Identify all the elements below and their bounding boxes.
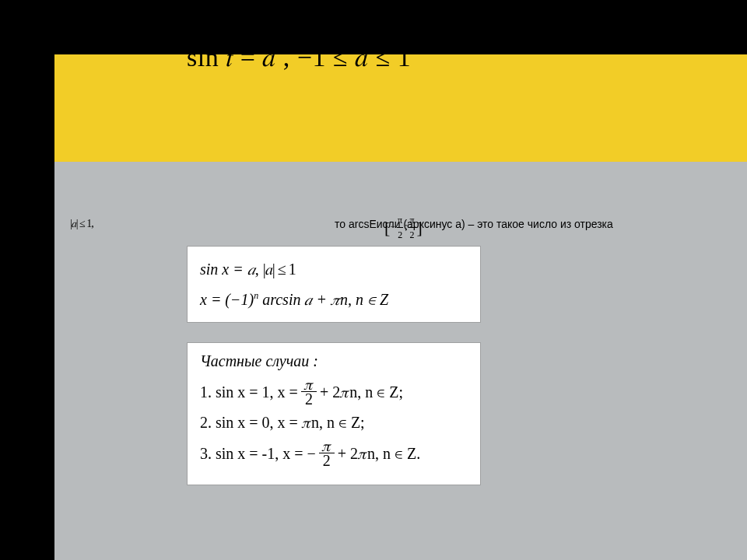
slide: ^ sin 𝑡 = 𝑎 , −1 ≤ 𝑎 ≤ 1 |𝑎| ≤ 1, то arc… <box>0 0 747 560</box>
row3-frac: 𝜋 2 <box>319 439 335 467</box>
definition-interval: [−π2;π2] <box>384 213 423 242</box>
row3-a: 3. sin x = -1, x = − <box>200 445 316 462</box>
frac-num: π <box>409 213 416 228</box>
frac-den: 2 <box>409 228 416 242</box>
card1-line2-a: x = (−1) <box>200 291 254 308</box>
frac-num: π <box>397 213 403 228</box>
row3-frac-den: 2 <box>320 453 334 467</box>
row1-frac: 𝜋 2 <box>301 377 317 406</box>
hat-icon: ^ <box>187 38 195 56</box>
title-formula: ^ sin 𝑡 = 𝑎 , −1 ≤ 𝑎 ≤ 1 <box>187 43 411 73</box>
formula-card-1: sin x = 𝑎, |𝑎| ≤ 1 x = (−1)n arcsin 𝑎 + … <box>187 246 481 323</box>
row1-a: 1. sin x = 1, x = <box>200 383 298 401</box>
card1-line2-b: arcsin 𝑎 + 𝜋n, n ∈ Z <box>258 291 388 308</box>
card2-row-1: 1. sin x = 1, x = 𝜋 2 + 2𝜋n, n ∈ Z; <box>200 377 468 406</box>
card1-line1-b: |𝑎| ≤ 1 <box>263 261 296 278</box>
card1-line2: x = (−1)n arcsin 𝑎 + 𝜋n, n ∈ Z <box>200 282 468 313</box>
definition-text: то arcsЕисли (арксинус а) – это такое чи… <box>335 218 613 230</box>
card2-heading: Частные случаи : <box>200 352 468 369</box>
frac-den: 2 <box>397 228 403 242</box>
definition-line: |𝑎| ≤ 1, то arcsЕисли (арксинус а) – это… <box>70 218 700 240</box>
row1-b: + 2𝜋n, n ∈ Z; <box>320 383 403 401</box>
definition-abs: |𝑎| ≤ 1, <box>70 218 93 229</box>
definition-math: |𝑎| ≤ 1, <box>70 218 93 230</box>
card1-line1: sin x = 𝑎, |𝑎| ≤ 1 <box>200 256 468 282</box>
card2-row-3: 3. sin x = -1, x = − 𝜋 2 + 2𝜋n, n ∈ Z. <box>200 439 468 467</box>
title-formula-text: sin 𝑡 = 𝑎 , −1 ≤ 𝑎 ≤ 1 <box>187 43 411 72</box>
card2-row-2: 2. sin x = 0, x = 𝜋n, n ∈ Z; <box>200 414 468 431</box>
formula-card-2: Частные случаи : 1. sin x = 1, x = 𝜋 2 +… <box>187 342 481 485</box>
left-bar-black <box>0 0 54 560</box>
row3-b: + 2𝜋n, n ∈ Z. <box>338 445 421 462</box>
neg-sign: − <box>390 221 395 232</box>
card1-line1-a: sin x = 𝑎, <box>200 261 263 278</box>
row1-frac-den: 2 <box>302 392 316 406</box>
bracket-close: ] <box>417 219 423 236</box>
interval-sep: ; <box>405 221 407 232</box>
row2-text: 2. sin x = 0, x = 𝜋n, n ∈ Z; <box>200 414 365 431</box>
